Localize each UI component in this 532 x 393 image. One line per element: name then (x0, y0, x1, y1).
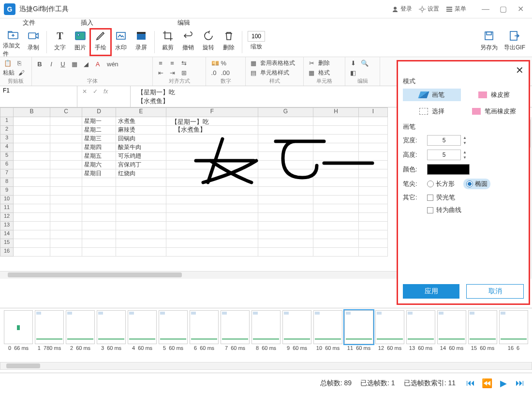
cell-D4[interactable]: 星期四 (82, 143, 116, 152)
cell-F15[interactable] (166, 239, 258, 248)
cell-format-icon[interactable]: ▦ (307, 68, 316, 77)
cell-D13[interactable] (82, 222, 116, 230)
cell-D14[interactable] (82, 230, 116, 239)
cell-E7[interactable]: 红烧肉 (116, 169, 166, 178)
settings-link[interactable]: 设置 (419, 5, 439, 13)
cell-B14[interactable] (14, 230, 50, 239)
cell-F16[interactable] (166, 248, 258, 257)
panel-close-button[interactable]: ✕ (516, 64, 524, 76)
close-button[interactable]: ✕ (513, 2, 528, 16)
cell-G14[interactable] (258, 230, 313, 239)
cell-F10[interactable] (166, 196, 258, 204)
cell-D6[interactable]: 星期六 (82, 161, 116, 169)
bold-button[interactable]: B (35, 59, 44, 69)
screencap-button[interactable]: 录屏 (131, 29, 151, 55)
tip-rect-radio[interactable]: 长方形 (427, 180, 455, 188)
cell-C5[interactable] (50, 152, 82, 161)
cell-D16[interactable] (82, 248, 116, 257)
row-header-3[interactable]: 3 (0, 135, 14, 143)
cell-G4[interactable] (258, 143, 313, 152)
frame-thumb-8[interactable]: 8 60 ms (251, 310, 281, 360)
height-down-icon[interactable]: ▼ (461, 155, 468, 161)
cell-F9[interactable] (166, 187, 258, 196)
frame-strip[interactable]: 0 66 ms1 780 ms2 60 ms3 60 ms4 60 ms5 60… (0, 308, 532, 360)
confirm-formula-icon[interactable]: ✓ (93, 88, 98, 95)
cell-B13[interactable] (14, 222, 50, 230)
paste-icon[interactable]: 📋 (3, 58, 13, 68)
cell-C4[interactable] (50, 143, 82, 152)
delete-button[interactable]: 删除 (219, 29, 239, 55)
cell-B3[interactable] (14, 135, 50, 143)
cell-E11[interactable] (116, 204, 166, 213)
cell-H7[interactable] (313, 169, 359, 178)
indent-dec-button[interactable]: ⇤ (156, 68, 165, 77)
table-format-button[interactable]: 套用表格格式 (260, 59, 295, 67)
save-as-button[interactable]: 另存为 (479, 29, 499, 55)
add-file-button[interactable]: 添加文件 (3, 29, 23, 55)
col-header-D[interactable]: D (82, 107, 116, 117)
cell-I2[interactable] (359, 126, 388, 135)
frame-thumb-16[interactable]: 16 6 (498, 310, 529, 360)
row-header-9[interactable]: 9 (0, 187, 14, 196)
cell-H15[interactable] (313, 239, 359, 248)
menu-file[interactable]: 文件 (0, 18, 58, 28)
login-link[interactable]: 登录 (392, 5, 412, 13)
cell-C6[interactable] (50, 161, 82, 169)
cell-I11[interactable] (359, 204, 388, 213)
clear-button[interactable]: ◧ (348, 68, 358, 77)
cell-E2[interactable]: 麻辣烫 (116, 126, 166, 135)
color-swatch[interactable] (427, 164, 470, 175)
cell-B11[interactable] (14, 204, 50, 213)
row-header-6[interactable]: 6 (0, 161, 14, 169)
cell-I13[interactable] (359, 222, 388, 230)
cell-B16[interactable] (14, 248, 50, 257)
cell-D2[interactable]: 星期二 (82, 126, 116, 135)
cell-E14[interactable] (116, 230, 166, 239)
cell-G9[interactable] (258, 187, 313, 196)
cell-B8[interactable] (14, 178, 50, 187)
watermark-button[interactable]: 水印 (111, 29, 131, 55)
highlighter-checkbox[interactable]: 荧光笔 (427, 193, 455, 202)
cell-delete-icon[interactable]: ✂ (307, 58, 316, 68)
cell-G7[interactable] (258, 169, 313, 178)
cell-E5[interactable]: 可乐鸡翅 (116, 152, 166, 161)
wrap-button[interactable]: ⇆ (179, 58, 189, 68)
cell-G5[interactable] (258, 152, 313, 161)
text-button[interactable]: T 文字 (50, 29, 70, 55)
cell-B10[interactable] (14, 196, 50, 204)
cell-B7[interactable] (14, 169, 50, 178)
cell-D5[interactable]: 星期五 (82, 152, 116, 161)
col-header-C[interactable]: C (50, 107, 82, 117)
cell-E9[interactable] (116, 187, 166, 196)
cell-F4[interactable] (166, 143, 258, 152)
cell-E12[interactable] (116, 213, 166, 222)
frame-thumb-15[interactable]: 15 60 ms (467, 310, 498, 360)
row-header-4[interactable]: 4 (0, 143, 14, 152)
cell-G10[interactable] (258, 196, 313, 204)
height-up-icon[interactable]: ▲ (461, 150, 468, 155)
cell-C3[interactable] (50, 135, 82, 143)
cell-B6[interactable] (14, 161, 50, 169)
cell-G8[interactable] (258, 178, 313, 187)
cell-G16[interactable] (258, 248, 313, 257)
cell-F7[interactable] (166, 169, 258, 178)
cell-E6[interactable]: 宫保鸡丁 (116, 161, 166, 169)
cell-D11[interactable] (82, 204, 116, 213)
width-input[interactable]: 5▲▼ (427, 135, 461, 146)
fill-down-button[interactable]: ⬇ (348, 58, 358, 68)
fill-color-button[interactable]: ◢ (81, 59, 91, 69)
mode-eraser-button[interactable]: 橡皮擦 (465, 89, 523, 101)
cell-I14[interactable] (359, 230, 388, 239)
indent-inc-button[interactable]: ⇥ (167, 68, 177, 77)
cell-G3[interactable] (258, 135, 313, 143)
cell-delete-button[interactable]: 删除 (318, 59, 330, 67)
cell-C11[interactable] (50, 204, 82, 213)
frame-thumb-4[interactable]: 4 60 ms (127, 310, 158, 360)
cell-B4[interactable] (14, 143, 50, 152)
next-frame-button[interactable]: ▶ (497, 377, 510, 390)
cell-D15[interactable] (82, 239, 116, 248)
cell-F13[interactable] (166, 222, 258, 230)
draw-button[interactable]: 手绘 (90, 29, 111, 55)
zoom-control[interactable]: 缩放 (245, 29, 267, 55)
cell-E4[interactable]: 酸菜牛肉 (116, 143, 166, 152)
